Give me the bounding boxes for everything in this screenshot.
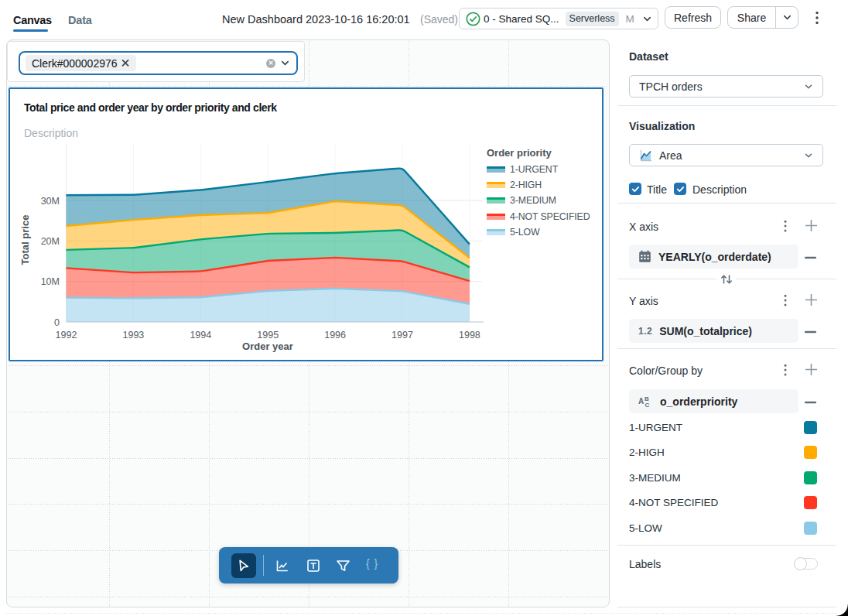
svg-text:A: A <box>638 397 644 406</box>
svg-text:Order year: Order year <box>242 341 293 352</box>
svg-text:1997: 1997 <box>392 330 413 341</box>
svg-text:1994: 1994 <box>190 330 211 341</box>
svg-text:1995: 1995 <box>257 330 279 341</box>
svg-text:1998: 1998 <box>459 330 480 341</box>
svg-text:Total price: Total price <box>19 215 31 265</box>
svg-text:20M: 20M <box>41 236 60 247</box>
svg-text:1996: 1996 <box>324 330 346 341</box>
svg-text:0: 0 <box>54 317 60 328</box>
svg-text:10M: 10M <box>41 276 60 287</box>
svg-text:1992: 1992 <box>56 330 77 341</box>
svg-text:30M: 30M <box>41 196 60 207</box>
svg-text:C: C <box>645 402 650 408</box>
svg-text:1993: 1993 <box>122 330 144 341</box>
